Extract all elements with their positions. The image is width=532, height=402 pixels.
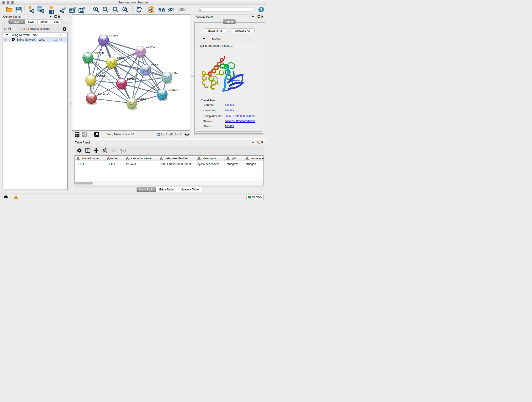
svg-text:CDK1: CDK1 — [117, 57, 124, 59]
svg-text:CCNB2: CCNB2 — [109, 34, 118, 37]
svg-text:0 – 0: 0 – 0 — [175, 133, 181, 136]
svg-text:f(x): f(x) — [120, 148, 126, 153]
svg-text:CCNE1: CCNE1 — [138, 97, 146, 100]
svg-text:RB1: RB1 — [172, 71, 177, 74]
svg-text:CCNA2: CCNA2 — [127, 78, 136, 80]
svg-text:CDC6: CDC6 — [151, 64, 158, 67]
svg-text:CDKN1A: CDKN1A — [168, 89, 178, 91]
svg-text:CDC25B: CDC25B — [94, 52, 104, 55]
svg-text:CCNA1: CCNA1 — [146, 45, 155, 48]
svg-text:HIST1H1A: HIST1H1A — [97, 92, 109, 95]
svg-text:CCNB1: CCNB1 — [96, 74, 105, 77]
svg-text:?: ? — [260, 8, 262, 12]
svg-text:1 – 0: 1 – 0 — [161, 133, 167, 136]
